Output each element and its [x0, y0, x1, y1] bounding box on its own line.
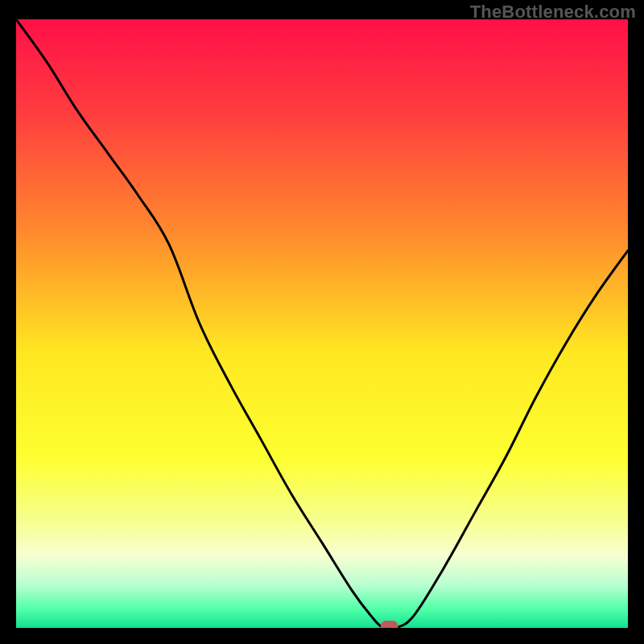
- watermark-text: TheBottleneck.com: [470, 2, 636, 23]
- gradient-background: [16, 19, 628, 628]
- chart-svg: [16, 19, 628, 628]
- chart-frame: TheBottleneck.com: [0, 0, 644, 644]
- optimal-marker: [381, 621, 398, 628]
- plot-area: [16, 19, 628, 628]
